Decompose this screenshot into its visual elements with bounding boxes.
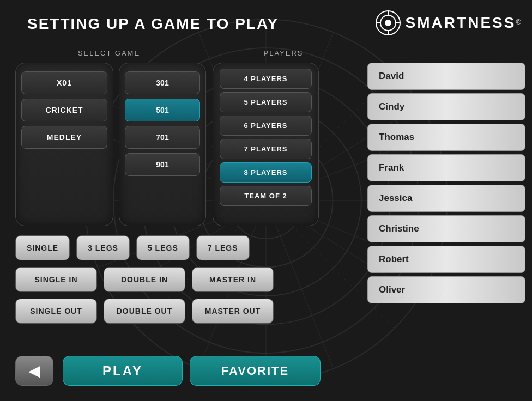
game-type-medley[interactable]: MEDLEY: [21, 126, 107, 149]
option-single-in[interactable]: SINGLE IN: [15, 267, 97, 292]
logo-area: SMARTNESS®: [375, 10, 521, 36]
option-single-out[interactable]: SINGLE OUT: [15, 299, 97, 324]
page-title: SETTING UP A GAME TO PLAY: [27, 15, 279, 33]
players-team-of-2[interactable]: TEAM OF 2: [220, 186, 312, 206]
players-4[interactable]: 4 PLAYERS: [220, 69, 312, 89]
back-button[interactable]: ◀: [15, 356, 53, 386]
options-row-3: SINGLE OUT DOUBLE OUT MASTER OUT: [15, 299, 274, 324]
game-type-panel: X01 CRICKET MEDLEY: [15, 63, 113, 226]
player-robert[interactable]: Robert: [367, 246, 525, 273]
game-type-cricket[interactable]: CRICKET: [21, 99, 107, 121]
back-icon: ◀: [28, 362, 40, 380]
play-label: PLAY: [102, 363, 143, 379]
option-5legs[interactable]: 5 LEGS: [136, 235, 190, 260]
logo-icon: [375, 10, 401, 36]
player-oliver[interactable]: Oliver: [367, 276, 525, 303]
player-list: David Cindy Thomas Frank Jessica Christi…: [367, 63, 525, 303]
players-label: PLAYERS: [234, 49, 332, 57]
game-type-x01[interactable]: X01: [21, 71, 107, 94]
logo-text: SMARTNESS®: [406, 14, 521, 32]
favorite-button[interactable]: FAVORITE: [190, 356, 321, 386]
options-row-1: SINGLE 3 LEGS 5 LEGS 7 LEGS: [15, 235, 250, 260]
option-3legs[interactable]: 3 LEGS: [76, 235, 130, 260]
select-game-label: SELECT GAME: [55, 49, 164, 57]
play-button[interactable]: PLAY: [63, 356, 183, 386]
player-cindy[interactable]: Cindy: [367, 93, 525, 120]
players-panel: 4 PLAYERS 5 PLAYERS 6 PLAYERS 7 PLAYERS …: [213, 63, 319, 226]
player-thomas[interactable]: Thomas: [367, 124, 525, 151]
option-7legs[interactable]: 7 LEGS: [196, 235, 250, 260]
score-901[interactable]: 901: [125, 153, 200, 176]
player-christine[interactable]: Christine: [367, 215, 525, 242]
score-panel: 301 501 701 901: [119, 63, 206, 226]
score-301[interactable]: 301: [125, 71, 200, 94]
option-master-in[interactable]: MASTER IN: [192, 267, 274, 292]
player-david[interactable]: David: [367, 63, 525, 90]
option-single[interactable]: SINGLE: [15, 235, 70, 260]
favorite-label: FAVORITE: [221, 364, 289, 378]
players-8[interactable]: 8 PLAYERS: [220, 162, 312, 183]
players-5[interactable]: 5 PLAYERS: [220, 92, 312, 112]
score-701[interactable]: 701: [125, 126, 200, 149]
players-7[interactable]: 7 PLAYERS: [220, 139, 312, 159]
player-jessica[interactable]: Jessica: [367, 185, 525, 212]
score-501[interactable]: 501: [125, 99, 200, 121]
option-double-in[interactable]: DOUBLE IN: [104, 267, 185, 292]
player-frank[interactable]: Frank: [367, 154, 525, 181]
svg-point-19: [385, 20, 391, 26]
options-row-2: SINGLE IN DOUBLE IN MASTER IN: [15, 267, 274, 292]
option-master-out[interactable]: MASTER OUT: [192, 299, 274, 324]
players-6[interactable]: 6 PLAYERS: [220, 116, 312, 136]
option-double-out[interactable]: DOUBLE OUT: [104, 299, 185, 324]
